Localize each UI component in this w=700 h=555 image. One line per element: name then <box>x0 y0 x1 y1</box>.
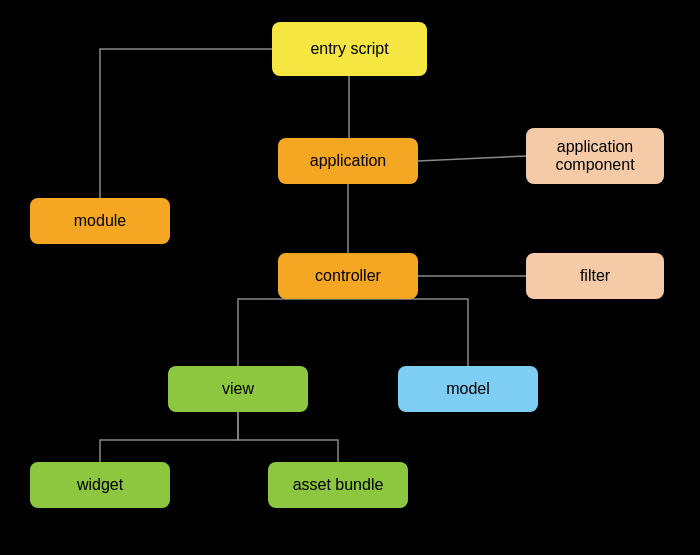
node-controller: controller <box>278 253 418 299</box>
connection-line <box>100 49 272 198</box>
node-application: application <box>278 138 418 184</box>
connection-line <box>238 299 348 366</box>
node-filter: filter <box>526 253 664 299</box>
node-model: model <box>398 366 538 412</box>
node-entry-script: entry script <box>272 22 427 76</box>
connection-line <box>100 412 238 462</box>
node-widget: widget <box>30 462 170 508</box>
connection-line <box>238 412 338 462</box>
connection-line <box>348 299 468 366</box>
connection-line <box>418 156 526 161</box>
node-view: view <box>168 366 308 412</box>
node-module: module <box>30 198 170 244</box>
node-asset-bundle: asset bundle <box>268 462 408 508</box>
node-application-component: application component <box>526 128 664 184</box>
